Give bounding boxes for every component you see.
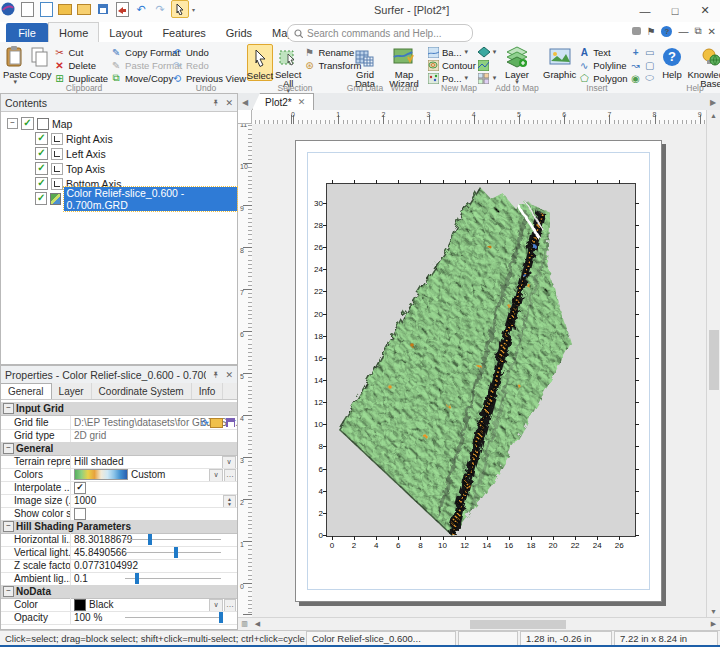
color-swatch[interactable] xyxy=(74,599,86,611)
scroll-down-icon[interactable]: ▼ xyxy=(707,608,720,615)
plot-page[interactable]: 0246810121416182022242602468101214161820… xyxy=(295,140,662,602)
new-base-map-button[interactable]: Ba...▾ xyxy=(427,46,476,58)
scroll-right-icon[interactable]: ▶ xyxy=(707,620,720,628)
tab-scroll-right-icon[interactable]: ▶ xyxy=(706,94,720,110)
top-axis-checkbox[interactable]: ✓ xyxy=(35,162,48,175)
tab-features[interactable]: Features xyxy=(152,23,215,42)
slider-thumb[interactable] xyxy=(174,547,178,558)
section-nodata[interactable]: −NoData xyxy=(1,585,237,599)
insert-polyline-button[interactable]: ∿Polyline xyxy=(578,59,627,71)
search-box[interactable]: Search commands and Help... xyxy=(287,24,473,42)
feedback-icon[interactable] xyxy=(632,27,641,35)
horizontal-scrollbar[interactable]: ▥ ◀ ▶ xyxy=(238,617,720,630)
redo-icon[interactable]: ↷ xyxy=(152,1,168,17)
tab-grids[interactable]: Grids xyxy=(216,23,262,42)
doc-close-icon[interactable]: ✕ xyxy=(708,26,716,37)
qat-dropdown-icon[interactable]: ▾ xyxy=(192,6,195,13)
expander-icon[interactable]: − xyxy=(7,118,18,129)
color-relief-checkbox[interactable]: ✓ xyxy=(35,192,47,205)
scroll-up-icon[interactable]: ▲ xyxy=(707,112,720,119)
plot-canvas[interactable]: 0246810121416182022242602468101214161820… xyxy=(252,124,706,617)
tree-item-map[interactable]: − ✓ Map xyxy=(7,116,72,131)
show-color-scale-checkbox[interactable] xyxy=(74,508,86,520)
tree-item-left-axis[interactable]: ✓ Left Axis xyxy=(35,146,106,161)
select-button[interactable]: Select xyxy=(247,44,273,81)
slider-thumb[interactable] xyxy=(148,534,152,545)
tree-item-right-axis[interactable]: ✓ Right Axis xyxy=(35,131,113,146)
pin-icon[interactable]: 🖈 xyxy=(211,370,220,380)
help-button[interactable]: ? Help xyxy=(657,44,687,79)
pin-icon[interactable]: 🖈 xyxy=(211,98,220,108)
doc-restore-icon[interactable]: ⧉ xyxy=(694,25,701,37)
tab-split-icon[interactable]: ▥ xyxy=(238,620,251,628)
undo-icon[interactable]: ↶ xyxy=(133,1,149,17)
close-panel-icon[interactable]: ✕ xyxy=(225,98,233,108)
minimize-button[interactable]: — xyxy=(630,0,660,21)
insert-point-button[interactable]: + xyxy=(630,46,642,58)
section-hill-shading[interactable]: −Hill Shading Parameters xyxy=(1,520,237,534)
close-panel-icon[interactable]: ✕ xyxy=(225,370,233,380)
prop-tab-coordinate-system[interactable]: Coordinate System xyxy=(92,383,192,399)
export-icon[interactable] xyxy=(114,1,130,17)
delete-button[interactable]: ✕Delete xyxy=(53,59,108,71)
tab-close-icon[interactable]: ✕ xyxy=(298,97,306,107)
open-file-icon[interactable] xyxy=(57,1,73,17)
layer-button[interactable]: Layer▾ xyxy=(497,44,537,85)
tree-item-top-axis[interactable]: ✓ Top Axis xyxy=(35,161,105,176)
close-button[interactable]: ✕ xyxy=(690,0,720,21)
colormap-swatch[interactable] xyxy=(74,469,128,480)
grid-data-button[interactable]: Grid Data xyxy=(349,44,381,88)
graphic-button[interactable]: Graphic xyxy=(543,44,576,79)
dropdown-icon[interactable]: ∨ xyxy=(209,599,223,611)
save-grid-icon[interactable] xyxy=(226,418,235,427)
ellipsis-button[interactable]: … xyxy=(224,469,236,481)
tab-file[interactable]: File xyxy=(6,23,48,42)
copy-button[interactable]: Copy xyxy=(29,44,51,79)
interpolate-checkbox[interactable]: ✓ xyxy=(74,482,86,494)
prop-tab-general[interactable]: General xyxy=(1,383,52,399)
prop-tab-layer[interactable]: Layer xyxy=(52,383,92,399)
map-wizard-button[interactable]: Map Wizard xyxy=(387,44,421,88)
cut-button[interactable]: ✂Cut xyxy=(53,46,108,58)
select-tool-icon[interactable] xyxy=(171,0,189,18)
section-input-grid[interactable]: −Input Grid xyxy=(1,402,237,416)
map-frame[interactable]: 0246810121416182022242602468101214161820… xyxy=(326,183,636,537)
prop-tab-info[interactable]: Info xyxy=(192,383,224,399)
slider-track[interactable] xyxy=(125,617,221,618)
grid-info-icon[interactable]: ⟳ xyxy=(201,418,209,428)
section-general[interactable]: −General xyxy=(1,442,237,456)
new-worksheet-icon[interactable] xyxy=(38,1,54,17)
maximize-button[interactable]: □ xyxy=(660,0,690,21)
insert-text-button[interactable]: AText xyxy=(578,46,627,58)
open-grid-icon[interactable] xyxy=(210,418,223,428)
ellipsis-button[interactable]: … xyxy=(224,599,236,611)
help-circle-icon[interactable]: ? xyxy=(661,26,672,37)
ruler-h[interactable]: 012345678910 xyxy=(252,110,706,125)
slider-thumb[interactable] xyxy=(219,612,223,623)
spinner-control[interactable]: ▲▼ xyxy=(223,495,236,507)
knowledge-base-button[interactable]: Knowledge Base xyxy=(689,44,720,88)
undo-button[interactable]: ↶Undo xyxy=(171,46,246,58)
tab-layout[interactable]: Layout xyxy=(99,23,152,42)
dropdown-icon[interactable]: ∨ xyxy=(209,469,223,481)
horizontal-scroll-thumb[interactable] xyxy=(470,620,566,629)
map-checkbox[interactable]: ✓ xyxy=(21,117,34,130)
tab-home[interactable]: Home xyxy=(48,22,99,42)
slider-track[interactable] xyxy=(125,552,221,553)
import-icon[interactable] xyxy=(76,1,92,17)
tree-item-color-relief[interactable]: ✓ Color Relief-slice_0.600 - 0.700m.GRD xyxy=(35,191,237,206)
document-tab-plot2[interactable]: Plot2*✕ xyxy=(252,93,314,110)
new-contour-map-button[interactable]: Contour xyxy=(427,59,476,71)
slider-track[interactable] xyxy=(125,578,221,579)
scroll-left-icon[interactable]: ◀ xyxy=(251,620,264,628)
flag-icon[interactable]: ⚑ xyxy=(647,26,656,37)
left-axis-checkbox[interactable]: ✓ xyxy=(35,147,48,160)
bottom-axis-checkbox[interactable]: ✓ xyxy=(35,177,48,190)
ruler-v[interactable]: 11109876543210 xyxy=(238,124,253,617)
tab-scroll-left-icon[interactable]: ◀ xyxy=(238,94,252,110)
slider-track[interactable] xyxy=(125,539,221,540)
dropdown-icon[interactable]: ∨ xyxy=(222,456,236,468)
vertical-scroll-thumb[interactable] xyxy=(709,330,719,390)
vertical-scrollbar[interactable]: ▲ ▼ xyxy=(706,110,720,617)
insert-spline-button[interactable]: ↝ xyxy=(630,59,642,71)
